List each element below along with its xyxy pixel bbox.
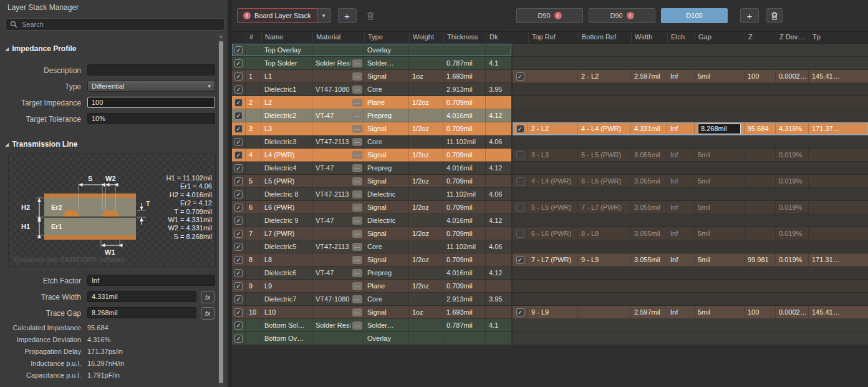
layer-dk-cell[interactable]: [486, 306, 511, 318]
gap-cell[interactable]: 8.268mil: [695, 122, 745, 135]
layer-type-cell[interactable]: Signal: [364, 70, 409, 82]
layer-name-cell[interactable]: Dielectric7: [261, 293, 312, 305]
layer-enable-checkbox[interactable]: ✓: [234, 295, 243, 303]
layer-enable-checkbox[interactable]: ✓: [234, 59, 243, 67]
layer-enable-checkbox[interactable]: ✓: [234, 72, 243, 81]
material-ellipsis-button[interactable]: …: [352, 282, 362, 290]
material-ellipsis-button[interactable]: …: [352, 190, 362, 198]
layer-enable-checkbox[interactable]: ✓: [234, 177, 243, 185]
layer-material-cell[interactable]: [312, 122, 350, 135]
layer-thickness-cell[interactable]: 0.787mil: [443, 319, 486, 331]
material-ellipsis-button[interactable]: …: [352, 99, 362, 107]
layer-dk-cell[interactable]: [486, 175, 511, 187]
layer-enable-checkbox[interactable]: ✓: [234, 164, 243, 172]
layer-thickness-cell[interactable]: 0.709mil: [443, 201, 486, 213]
layer-weight-cell[interactable]: 1oz: [409, 306, 443, 318]
top-ref-cell[interactable]: 6 - L6 (PWR): [528, 227, 578, 240]
scrollbar-thumb[interactable]: [219, 41, 223, 383]
top-ref-cell[interactable]: 2 - L2: [528, 122, 578, 135]
layer-type-cell[interactable]: Signal: [364, 122, 409, 135]
tp-cell[interactable]: 145.41…: [809, 70, 868, 82]
layer-dk-cell[interactable]: [486, 44, 511, 56]
profile-tab-d90[interactable]: D90!: [516, 8, 583, 23]
type-select[interactable]: Differential ▾: [87, 81, 215, 92]
bottom-ref-cell[interactable]: 5 - L5 (PWR): [578, 149, 631, 161]
layer-name-cell[interactable]: L4 (PWR): [261, 149, 312, 161]
layer-thickness-cell[interactable]: 2.913mil: [443, 83, 486, 96]
layer-row[interactable]: ✓Top OverlayOverlay: [232, 44, 511, 57]
layer-type-cell[interactable]: Plane: [364, 280, 409, 292]
layer-dk-cell[interactable]: 4.12: [486, 109, 511, 122]
bottom-ref-cell[interactable]: 9 - L9: [578, 253, 631, 266]
material-ellipsis-button[interactable]: …: [352, 269, 362, 277]
layer-material-cell[interactable]: [312, 44, 350, 56]
layer-dk-cell[interactable]: 4.1: [486, 319, 511, 331]
layer-weight-cell[interactable]: [409, 319, 443, 331]
impedance-row[interactable]: 5 - L5 (PWR)7 - L7 (PWR)3.055milInf5mil0…: [513, 201, 868, 214]
impedance-enable-checkbox[interactable]: [516, 177, 524, 185]
profile-tab-d90[interactable]: D90!: [589, 8, 655, 23]
layer-name-cell[interactable]: L2: [261, 96, 312, 109]
layer-weight-cell[interactable]: 1/2oz: [409, 227, 443, 240]
layer-row[interactable]: ✓10L10…Signal1oz1.693mil: [232, 306, 511, 319]
layer-thickness-cell[interactable]: 0.709mil: [443, 227, 486, 240]
layer-dk-cell[interactable]: [486, 70, 511, 82]
layer-name-cell[interactable]: L10: [261, 306, 312, 318]
z-cell[interactable]: 95.684: [745, 122, 776, 135]
bottom-ref-cell[interactable]: 2 - L2: [578, 70, 631, 82]
tp-cell[interactable]: [809, 201, 868, 213]
width-cell[interactable]: 2.597mil: [631, 306, 667, 318]
layer-material-cell[interactable]: [312, 96, 350, 109]
layer-thickness-cell[interactable]: 0.709mil: [443, 280, 486, 292]
layer-dk-cell[interactable]: [486, 227, 511, 240]
layer-weight-cell[interactable]: 1/2oz: [409, 280, 443, 292]
layer-name-cell[interactable]: Top Overlay: [261, 44, 312, 56]
layer-material-cell[interactable]: VT47-2113: [312, 135, 350, 148]
layer-enable-checkbox[interactable]: ✓: [234, 190, 243, 198]
impedance-row[interactable]: 3 - L35 - L5 (PWR)3.055milInf5mil0.019%: [513, 149, 868, 162]
layer-weight-cell[interactable]: 1/2oz: [409, 122, 443, 135]
impedance-enable-checkbox[interactable]: [516, 151, 524, 159]
layer-type-cell[interactable]: Solder…: [364, 319, 409, 331]
layer-row[interactable]: ✓6L6 (PWR)…Signal1/2oz0.709mil: [232, 201, 511, 214]
width-cell[interactable]: 3.055mil: [631, 175, 667, 187]
layer-thickness-cell[interactable]: 4.016mil: [443, 162, 486, 174]
trace-width-field[interactable]: 4.331mil: [87, 291, 196, 302]
layer-material-cell[interactable]: [312, 70, 350, 82]
z-cell[interactable]: 99.981: [745, 253, 776, 266]
layer-thickness-cell[interactable]: 11.102mil: [443, 188, 486, 200]
z-deviation-cell[interactable]: 0.019%: [776, 175, 809, 187]
layer-type-cell[interactable]: Plane: [364, 96, 409, 109]
layer-type-cell[interactable]: Dielectric: [364, 214, 409, 227]
bottom-ref-cell[interactable]: [578, 306, 631, 318]
layer-row[interactable]: ✓Dielectric 9VT-47…Dielectric4.016mil4.1…: [232, 214, 511, 227]
add-profile-button[interactable]: +: [740, 8, 759, 23]
profile-tab-d100[interactable]: D100: [661, 8, 728, 23]
etch-cell[interactable]: Inf: [667, 201, 695, 213]
material-ellipsis-button[interactable]: …: [352, 230, 362, 238]
layer-weight-cell[interactable]: [409, 293, 443, 305]
z-cell[interactable]: [745, 227, 776, 240]
layer-dk-cell[interactable]: 4.06: [486, 188, 511, 200]
layer-enable-checkbox[interactable]: ✓: [234, 256, 243, 264]
etch-cell[interactable]: Inf: [667, 306, 695, 318]
layer-weight-cell[interactable]: [409, 188, 443, 200]
layer-row[interactable]: ✓2L2…Plane1/2oz0.709mil: [232, 96, 511, 109]
etch-cell[interactable]: Inf: [667, 227, 695, 240]
scroll-up-icon[interactable]: ▲: [218, 34, 224, 38]
layer-name-cell[interactable]: L7 (PWR): [261, 227, 312, 240]
layer-type-cell[interactable]: Prepreg: [364, 162, 409, 174]
material-ellipsis-button[interactable]: …: [352, 321, 362, 330]
description-field[interactable]: [87, 64, 215, 76]
layer-material-cell[interactable]: VT-47: [312, 109, 350, 122]
impedance-enable-checkbox[interactable]: ✓: [516, 125, 524, 133]
impedance-row[interactable]: 6 - L6 (PWR)8 - L83.055milInf5mil0.019%: [513, 227, 868, 240]
z-deviation-cell[interactable]: 0.019%: [776, 253, 809, 266]
layer-enable-checkbox[interactable]: ✓: [234, 335, 243, 343]
width-cell[interactable]: 3.055mil: [631, 149, 667, 161]
layer-name-cell[interactable]: Bottom Ov…: [261, 332, 312, 345]
gap-cell[interactable]: 5mil: [695, 227, 745, 240]
gap-cell[interactable]: 5mil: [695, 149, 745, 161]
material-ellipsis-button[interactable]: …: [352, 151, 362, 159]
z-deviation-cell[interactable]: 4.316%: [776, 122, 809, 135]
